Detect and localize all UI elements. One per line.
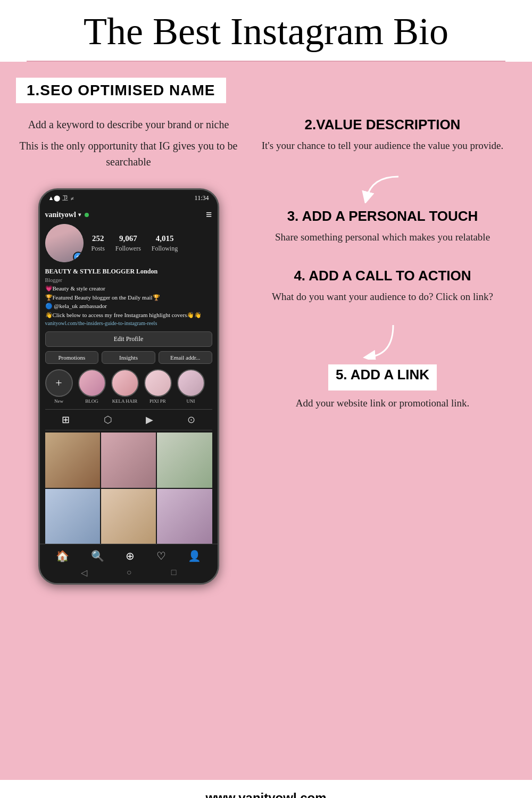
ig-followers-label: Followers xyxy=(115,245,141,252)
section4-text: What do you want your audience to do? Cl… xyxy=(249,289,516,305)
ig-online-dot xyxy=(85,213,89,217)
chevron-down-icon: ▾ xyxy=(78,212,81,218)
section2-text: It's your chance to tell your audience t… xyxy=(249,138,516,154)
ig-email-button[interactable]: Email addr... xyxy=(159,351,212,364)
section3-text: Share something personal which makes you… xyxy=(249,230,516,245)
ig-menu-icon[interactable]: ≡ xyxy=(206,209,212,221)
ig-grid-cell-5 xyxy=(101,489,156,544)
ig-bottom-nav: 🏠 🔍 ⊕ ♡ 👤 xyxy=(40,544,218,564)
header-title: The Best Instagram Bio xyxy=(21,11,511,53)
ig-username[interactable]: vanityowl xyxy=(45,211,76,219)
status-time: 11:34 xyxy=(195,194,209,202)
ig-highlight-uni-label: UNI xyxy=(187,398,195,404)
ig-highlight-uni[interactable]: UNI xyxy=(177,369,205,404)
section1-heading: 1.SEO OPTIMISED NAME xyxy=(27,82,215,99)
arrow-down-left-svg xyxy=(361,322,404,360)
ig-highlight-uni-circle xyxy=(177,369,205,397)
arrow4-container xyxy=(249,322,516,362)
ig-video-tab[interactable]: ▶ xyxy=(146,414,153,426)
ig-highlight-blog[interactable]: BLOG xyxy=(78,369,106,404)
ig-bio-line4: 👋Click below to access my free Instagram… xyxy=(45,311,212,320)
section1-text: Add a keyword to describe your brand or … xyxy=(16,117,241,175)
ig-posts-count: 252 xyxy=(92,234,105,243)
section3-heading: 3. ADD A PERSONAL TOUCH xyxy=(249,208,516,225)
ig-highlight-pixipr[interactable]: PIXI PR xyxy=(144,369,172,404)
section4-heading: 4. ADD A CALL TO ACTION xyxy=(249,268,516,284)
ig-edit-profile-button[interactable]: Edit Profile xyxy=(45,331,212,347)
ig-home-indicator: ◁ ○ □ xyxy=(40,564,218,583)
phone-status-bar: ▲⬤ 卫 ≠ 11:34 xyxy=(40,190,218,204)
ig-highlight-kelahair[interactable]: KELA HAIR xyxy=(111,369,139,404)
ig-header: vanityowl ▾ ≡ xyxy=(45,204,212,224)
recents-button[interactable]: □ xyxy=(171,568,177,578)
ig-bio-line3: 🔵 @kela_uk ambassador xyxy=(45,302,212,311)
ig-following-stat: 4,015 Following xyxy=(152,234,178,253)
ig-followers-count: 9,067 xyxy=(115,234,141,243)
wifi-icon: 卫 xyxy=(62,194,68,202)
ig-posts-label: Posts xyxy=(92,245,105,252)
ig-followers-stat: 9,067 Followers xyxy=(115,234,141,253)
ig-numbers: 252 Posts 9,067 Followers 4,015 Followin… xyxy=(92,224,178,262)
section2-heading: 2.VALUE DESCRIPTION xyxy=(249,117,516,133)
ig-username-row: vanityowl ▾ xyxy=(45,211,89,219)
ig-highlight-blog-label: BLOG xyxy=(85,398,98,404)
ig-highlight-blog-circle xyxy=(78,369,106,397)
avatar-plus-button[interactable]: + xyxy=(73,252,84,262)
ig-content-tabs: ⊞ ⬡ ▶ ⊙ xyxy=(45,409,212,430)
ig-stats-row: + 252 Posts 9,067 Followers xyxy=(45,224,212,262)
home-button[interactable]: ○ xyxy=(127,568,132,578)
ig-insights-button[interactable]: Insights xyxy=(102,351,155,364)
heart-nav-icon[interactable]: ♡ xyxy=(156,550,166,562)
ig-highlights: + New BLOG KELA HAIR xyxy=(45,369,212,404)
ig-highlight-kelahair-label: KELA HAIR xyxy=(112,398,138,404)
back-button[interactable]: ◁ xyxy=(81,568,87,578)
ig-grid-cell-6 xyxy=(157,489,212,544)
ig-reels-tab[interactable]: ⬡ xyxy=(104,414,112,426)
ig-grid-cell-2 xyxy=(101,433,156,487)
header: The Best Instagram Bio xyxy=(0,0,532,61)
right-column: 2.VALUE DESCRIPTION It's your chance to … xyxy=(241,117,516,585)
ig-grid-cell-3 xyxy=(157,433,212,487)
ig-highlight-new-label: New xyxy=(54,398,63,404)
phone-mockup: ▲⬤ 卫 ≠ 11:34 vanityowl ▾ xyxy=(38,188,219,585)
section4-block: 4. ADD A CALL TO ACTION What do you want… xyxy=(249,268,516,305)
home-nav-icon[interactable]: 🏠 xyxy=(56,550,69,562)
ig-content: vanityowl ▾ ≡ + xyxy=(40,204,218,544)
ig-avatar: + xyxy=(45,224,84,262)
ig-grid-cell-1 xyxy=(45,433,100,487)
section5-text: Add your website link or promotional lin… xyxy=(249,396,516,411)
phone-body: ▲⬤ 卫 ≠ 11:34 vanityowl ▾ xyxy=(38,188,219,585)
signal-icon: ▲⬤ xyxy=(48,195,61,202)
ig-grid-tab[interactable]: ⊞ xyxy=(62,414,70,426)
ig-highlight-pixipr-circle xyxy=(144,369,172,397)
section5-heading: 5. ADD A LINK xyxy=(336,367,429,383)
ig-following-label: Following xyxy=(152,245,178,252)
add-nav-icon[interactable]: ⊕ xyxy=(126,550,135,562)
status-left: ▲⬤ 卫 ≠ xyxy=(48,194,74,202)
ig-bio-name: BEAUTY & STYLE BLOGGER London xyxy=(45,267,212,276)
left-column: Add a keyword to describe your brand or … xyxy=(16,117,241,585)
ig-action-buttons: Promotions Insights Email addr... xyxy=(45,351,212,364)
section3-block: 3. ADD A PERSONAL TOUCH Share something … xyxy=(249,208,516,245)
main-content: 1.SEO OPTIMISED NAME Add a keyword to de… xyxy=(0,62,532,780)
arrow-left-svg xyxy=(361,171,404,203)
footer-url[interactable]: www.vanityowl.com xyxy=(11,791,521,798)
ig-grid-cell-4 xyxy=(45,489,100,544)
section1-text1: Add a keyword to describe your brand or … xyxy=(16,117,241,132)
two-col-layout: Add a keyword to describe your brand or … xyxy=(16,117,516,585)
ig-bio-line2: 🏆Featured Beauty blogger on the Daily ma… xyxy=(45,293,212,302)
ig-highlight-new-circle: + xyxy=(45,369,73,397)
arrow2-container xyxy=(249,171,516,205)
ig-highlight-new[interactable]: + New xyxy=(45,369,73,404)
ig-highlight-pixipr-label: PIXI PR xyxy=(149,398,166,404)
profile-nav-icon[interactable]: 👤 xyxy=(188,550,201,562)
ig-photo-grid xyxy=(45,433,212,544)
section5-block: 5. ADD A LINK Add your website link or p… xyxy=(249,364,516,411)
ig-tagged-tab[interactable]: ⊙ xyxy=(187,414,195,426)
footer: www.vanityowl.com xyxy=(0,780,532,798)
search-nav-icon[interactable]: 🔍 xyxy=(91,550,104,562)
ig-bio-line1: 💗Beauty & style creator xyxy=(45,284,212,293)
data-icon: ≠ xyxy=(70,195,73,202)
ig-promotions-button[interactable]: Promotions xyxy=(45,351,99,364)
ig-bio-link[interactable]: vanityowl.com/the-insiders-guide-to-inst… xyxy=(45,319,212,327)
